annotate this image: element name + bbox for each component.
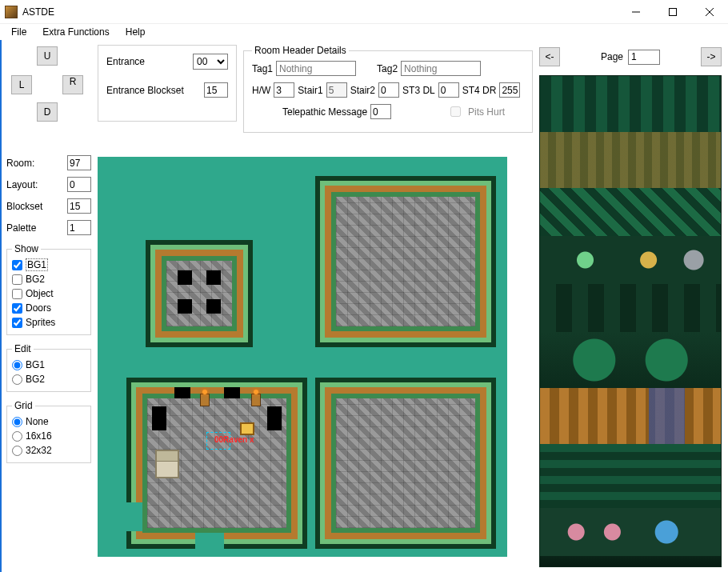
- pit-tile[interactable]: [152, 406, 166, 430]
- pit-tile[interactable]: [178, 270, 192, 285]
- grid-32-radio[interactable]: [12, 446, 22, 456]
- show-doors-checkbox[interactable]: [12, 303, 22, 314]
- entrance-label: Entrance: [106, 56, 145, 67]
- window-title: ASTDE: [22, 6, 54, 18]
- edit-legend: Edit: [12, 343, 34, 354]
- bed-object[interactable]: [155, 450, 179, 478]
- sprite-label: 00Raven x: [214, 435, 254, 444]
- stair2-label: Stair2: [350, 85, 375, 96]
- nav-dpad: U L R D: [6, 46, 91, 123]
- pit-tile[interactable]: [206, 299, 221, 314]
- entrance-blockset-input[interactable]: [204, 82, 228, 98]
- pits-hurt-checkbox: [450, 106, 461, 117]
- edit-bg1-radio[interactable]: [12, 360, 22, 370]
- hw-input[interactable]: [274, 82, 294, 98]
- room-top-left[interactable]: [146, 240, 253, 347]
- nav-down-button[interactable]: D: [37, 102, 58, 122]
- tileset-pager: <- Page ->: [539, 45, 722, 69]
- svg-rect-0: [670, 8, 677, 15]
- pit-tile[interactable]: [178, 299, 192, 314]
- show-legend: Show: [12, 243, 41, 254]
- show-sprites-checkbox[interactable]: [12, 318, 22, 328]
- blockset-input[interactable]: [67, 198, 91, 214]
- room-label: Room:: [6, 158, 34, 169]
- show-bg2-label: BG2: [26, 274, 45, 285]
- st3dl-input[interactable]: [438, 82, 459, 98]
- titlebar: ASTDE: [0, 0, 728, 24]
- tele-input[interactable]: [370, 104, 391, 119]
- show-doors-label: Doors: [26, 302, 51, 314]
- edit-bg2-label: BG2: [26, 374, 45, 385]
- show-sprites-label: Sprites: [26, 317, 55, 328]
- pit-tile[interactable]: [174, 387, 190, 398]
- nav-up-button[interactable]: U: [37, 46, 58, 66]
- menu-file[interactable]: File: [3, 25, 34, 39]
- pits-hurt-label: Pits Hurt: [468, 106, 505, 118]
- menu-extra[interactable]: Extra Functions: [34, 25, 117, 39]
- torch-object[interactable]: [200, 394, 210, 406]
- palette-input[interactable]: [67, 220, 91, 235]
- grid-none-radio[interactable]: [12, 417, 22, 427]
- map-canvas[interactable]: 00Raven x: [98, 157, 507, 557]
- chest-object[interactable]: [240, 422, 254, 435]
- tag2-label: Tag2: [377, 63, 398, 74]
- pit-tile[interactable]: [224, 387, 240, 398]
- layout-input[interactable]: [67, 177, 91, 192]
- nav-right-button[interactable]: R: [62, 75, 83, 94]
- menubar: File Extra Functions Help: [0, 24, 728, 40]
- center-area: Entrance 00 Entrance Blockset Room Heade…: [96, 40, 539, 572]
- grid-16-radio[interactable]: [12, 431, 22, 442]
- entrance-blockset-label: Entrance Blockset: [106, 85, 184, 96]
- page-next-button[interactable]: ->: [701, 47, 722, 66]
- palette-label: Palette: [6, 222, 36, 234]
- entrance-select[interactable]: 00: [193, 54, 228, 70]
- minimize-button[interactable]: [618, 0, 654, 24]
- room-header-panel: Room Header Details Tag1 Tag2 H/W Stair1…: [243, 45, 533, 133]
- room-input[interactable]: [67, 155, 91, 170]
- edit-bg2-radio[interactable]: [12, 374, 22, 385]
- grid-32-label: 32x32: [26, 445, 52, 456]
- pit-tile[interactable]: [267, 406, 282, 430]
- show-bg1-label: BG1: [26, 258, 48, 271]
- stair1-label: Stair1: [298, 85, 322, 96]
- entrance-panel: Entrance 00 Entrance Blockset: [98, 45, 237, 122]
- st3dl-label: ST3 DL: [402, 85, 435, 96]
- tag1-label: Tag1: [252, 63, 273, 74]
- show-bg2-checkbox[interactable]: [12, 274, 22, 285]
- stair1-input: [326, 82, 347, 98]
- hw-label: H/W: [252, 85, 270, 96]
- edit-bg1-label: BG1: [26, 359, 45, 370]
- page-input[interactable]: [628, 50, 660, 65]
- nav-left-button[interactable]: L: [11, 75, 32, 94]
- pit-tile[interactable]: [206, 270, 221, 285]
- app-icon: [5, 6, 18, 18]
- stair2-input[interactable]: [378, 82, 399, 98]
- show-bg1-checkbox[interactable]: [12, 260, 22, 270]
- menu-help[interactable]: Help: [118, 25, 154, 39]
- page-label: Page: [601, 51, 623, 62]
- room-header-legend: Room Header Details: [252, 45, 349, 56]
- tileset-palette[interactable]: [539, 75, 722, 567]
- grid-16-label: 16x16: [26, 430, 52, 442]
- grid-legend: Grid: [12, 400, 35, 411]
- room-bottom-left[interactable]: 00Raven x: [126, 378, 307, 549]
- room-bottom-right[interactable]: [315, 378, 496, 549]
- tag2-input[interactable]: [401, 61, 481, 76]
- st4dr-input[interactable]: [499, 82, 520, 98]
- page-prev-button[interactable]: <-: [539, 47, 560, 66]
- room-top-right[interactable]: [315, 176, 496, 347]
- edit-panel: Edit BG1 BG2: [6, 343, 91, 392]
- maximize-button[interactable]: [654, 0, 691, 24]
- left-sidebar: U L R D Room: Layout: Blockset Palette: [2, 40, 96, 572]
- blockset-label: Blockset: [6, 201, 42, 212]
- grid-panel: Grid None 16x16 32x32: [6, 400, 91, 463]
- grid-none-label: None: [26, 416, 49, 427]
- right-panel: <- Page ->: [539, 40, 728, 572]
- close-button[interactable]: [691, 0, 728, 24]
- torch-object[interactable]: [251, 394, 261, 406]
- show-object-checkbox[interactable]: [12, 289, 22, 299]
- tele-label: Telepathic Message: [282, 106, 367, 118]
- tag1-input[interactable]: [276, 61, 356, 76]
- layout-label: Layout:: [6, 179, 38, 190]
- st4dr-label: ST4 DR: [462, 85, 497, 96]
